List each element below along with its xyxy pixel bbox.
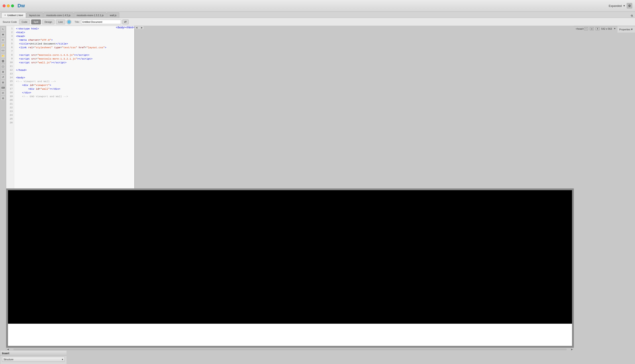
line-numbers: 1234567891011121314151617181920212223242… [6,26,14,188]
code-view-button[interactable]: Code [19,20,30,24]
sidebar-icon-history[interactable]: ↺ [1,74,6,80]
tab-label: layout.css [29,14,40,16]
breadcrumb: <head> [576,28,584,30]
split-view: 1234567891011121314151617181920212223242… [6,26,574,188]
live-view-button[interactable]: Live [56,20,65,24]
category-label: Structure [4,358,14,361]
properties-bar: Properties ▼ [617,26,635,32]
editor-area: 1234567891011121314151617181920212223242… [6,26,574,351]
tab-label: Untitled-1.html [7,14,23,16]
screen-size-medium[interactable]: ▬ [590,27,594,30]
tab-label: wall.js [110,14,116,16]
tab-label: mootools-core-1.4.5.js [46,14,71,16]
title-bar: Dw Expanded ▾ ⚙ [0,0,635,12]
status-right: ▭ ▬ ▮ 542 x 563 ✦ [584,27,616,30]
sync-button[interactable]: ⇄ [122,20,129,24]
properties-collapse-icon[interactable]: ▼ [630,28,633,31]
hscroll-right-arrow[interactable]: ▶ [140,26,144,29]
dimension-display: 542 x 563 [601,28,612,30]
insert-items-list: div Div ul Unordered List ol Ordered Lis… [0,363,67,364]
sidebar-icon-database[interactable]: ≣ [1,69,6,74]
right-panel: Insert Structure ▾ div Div ul Unordered … [0,351,67,364]
maximize-button[interactable] [11,4,14,7]
preview-scroll-left[interactable]: ◀ [6,348,10,350]
category-arrow-icon: ▾ [62,358,63,361]
category-select[interactable]: Structure ▾ [2,357,65,362]
sidebar-icon-insert[interactable]: ✤ [1,32,6,37]
file-tab-mootools-more[interactable]: mootools-more-1.3.2.1.js [74,12,107,18]
preview-white-area [8,324,572,346]
filter-icon[interactable]: ⚗ [630,14,633,18]
dimension-unit: ✦ [614,27,616,30]
preview-scroll-track[interactable] [13,348,567,350]
tab-close-icon[interactable]: ✕ [4,14,6,16]
sidebar-icon-assets[interactable]: 🖼 [1,59,6,64]
sidebar-icon-css[interactable]: ≡ [1,38,6,42]
sync-icon[interactable]: 🌐 [67,20,71,24]
file-tabs-bar: ✕ Untitled-1.html layout.css mootools-co… [0,12,635,18]
sidebar-icon-frames[interactable]: ⊞ [1,80,6,85]
gear-button[interactable]: ⚙ [626,3,632,9]
insert-toolbar: Structure ▾ [0,356,67,363]
hscroll-left-arrow[interactable]: ◀ [135,26,138,29]
app-logo: Dw [18,3,25,9]
preview-black-area [8,190,572,324]
sidebar-icon-files[interactable]: 📁 [1,53,6,58]
design-view-button[interactable]: Design [42,20,55,24]
preview-pane: ◀ ▶ [6,188,574,351]
sidebar-icon-code[interactable]: ⌨ [1,85,6,90]
left-sidebar: ↖ ✤ ≡ ⚡ <> 📁 🖼 { } ≣ ↺ ⊞ ⌨ ⟳ ⚙ [0,26,6,351]
code-hscrollbar[interactable]: ◀ ▶ [135,26,144,29]
sidebar-icon-snippets[interactable]: { } [1,64,6,69]
source-code-label: Source Code [2,20,18,23]
title-bar-right: Expanded ▾ ⚙ [609,3,632,9]
file-tab-wall-js[interactable]: wall.js [107,12,119,18]
traffic-lights [3,4,14,7]
split-view-button[interactable]: Split [31,20,41,24]
insert-panel: Insert Structure ▾ div Div ul Unordered … [0,351,67,364]
sidebar-icon-sync[interactable]: ⟳ [1,90,6,96]
expanded-label: Expanded [609,4,622,8]
insert-panel-title: Insert [0,351,67,356]
preview-hscrollbar[interactable]: ◀ ▶ [6,348,574,351]
sidebar-icon-gear[interactable]: ⚙ [1,96,6,101]
tab-label: mootools-more-1.3.2.1.js [77,14,104,16]
screen-size-large[interactable]: ▮ [595,27,599,30]
file-tab-untitled[interactable]: ✕ Untitled-1.html [1,12,26,18]
properties-label: Properties [619,28,630,31]
file-tab-layout-css[interactable]: layout.css [26,12,43,18]
file-tab-mootools-core[interactable]: mootools-core-1.4.5.js [44,12,73,18]
title-input[interactable] [81,20,121,24]
close-button[interactable] [3,4,6,7]
screen-size-small[interactable]: ▭ [584,27,588,30]
sidebar-icon-arrow[interactable]: ↖ [1,27,6,32]
main-toolbar: Source Code Code Split Design Live 🌐 Tit… [0,18,635,26]
sidebar-icon-behaviors[interactable]: ⚡ [1,43,6,48]
status-bar: <head> ▭ ▬ ▮ 542 x 563 ✦ [574,26,617,31]
sidebar-icon-tag[interactable]: <> [1,48,6,53]
code-editor: 1234567891011121314151617181920212223242… [6,26,135,188]
code-text[interactable]: <!doctype html> <html> <head> <meta char… [14,26,116,188]
expanded-dropdown-arrow: ▾ [623,4,625,7]
main-layout: ↖ ✤ ≡ ⚡ <> 📁 🖼 { } ≣ ↺ ⊞ ⌨ ⟳ ⚙ 123456789… [0,26,635,351]
preview-scroll-right[interactable]: ▶ [570,348,574,350]
minimize-button[interactable] [7,4,10,7]
code-content[interactable]: 1234567891011121314151617181920212223242… [6,26,134,188]
title-label: Title: [75,20,80,23]
insert-title-text: Insert [2,352,9,355]
